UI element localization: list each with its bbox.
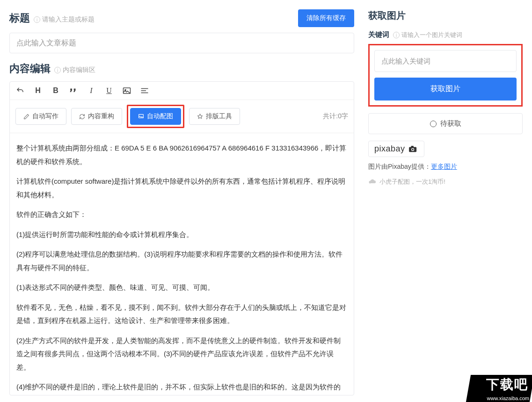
editor-box: H B I U 自动写作	[9, 81, 354, 395]
info-icon: i	[393, 32, 400, 38]
circle-icon	[430, 121, 437, 127]
fetch-image-button[interactable]: 获取图片	[374, 78, 517, 100]
pixabay-text: pixabay	[374, 144, 405, 154]
undo-icon[interactable]	[15, 86, 25, 95]
restructure-button[interactable]: 内容重构	[71, 108, 122, 125]
image-panel-heading: 获取图片	[368, 9, 523, 22]
paragraph: (1)表达形式不同的硬件类型、颜色、味道、可见、可摸、可闻。	[16, 281, 347, 294]
auto-image-highlight: 自动配图	[127, 105, 184, 128]
editor-content[interactable]: 整个计算机系统由两部分组成：E 69DA 5 E 6 BA 9062616964…	[10, 133, 354, 395]
bold-icon[interactable]: B	[51, 86, 60, 95]
paragraph: (2)程序可以满意地处理信息的数据结构。(3)说明程序功能要求和程序需要的文档的…	[16, 248, 347, 274]
paragraph: 软件的正确含义如下：	[16, 208, 347, 222]
content-heading: 内容编辑	[9, 62, 51, 76]
keyword-highlight-box: 获取图片	[368, 44, 523, 107]
provider-text: 图片由Pixabay提供：更多图片	[368, 163, 523, 171]
paragraph: 计算机软件(computer software)是指计算机系统中除硬件以外的所有…	[16, 175, 347, 201]
action-row: 自动写作 内容重构 自动配图 排版工具 共计:0字	[10, 100, 354, 133]
paragraph: 软件看不见，无色，枯燥，看不见，摸不到，闻不到。软件大部分存在于人们的头脑或纸上…	[16, 301, 347, 328]
more-images-link[interactable]: 更多图片	[431, 163, 457, 170]
keyword-hint: 请输入一个图片关键词	[401, 31, 462, 38]
word-count: 共计:0字	[323, 112, 348, 121]
clear-cache-button[interactable]: 清除所有缓存	[298, 9, 354, 27]
title-section-header: 标题 i请输入主题或标题 清除所有缓存	[9, 9, 354, 27]
note-text: 小虎子配图，一次1淘币!	[368, 178, 523, 186]
title-heading: 标题	[9, 11, 30, 25]
underline-icon[interactable]: U	[104, 86, 114, 95]
camera-icon	[408, 145, 418, 153]
title-hint: 请输入主题或标题	[42, 15, 95, 23]
info-icon: i	[34, 16, 40, 23]
svg-point-9	[412, 149, 414, 151]
layout-tool-button[interactable]: 排版工具	[189, 108, 240, 125]
article-title-input[interactable]	[9, 33, 354, 53]
paragraph: (1)提供运行时所需功能和性能的命令或计算机程序集合。	[16, 228, 347, 242]
content-hint: 内容编辑区	[63, 66, 95, 73]
auto-write-button[interactable]: 自动写作	[15, 108, 66, 125]
quote-icon[interactable]	[69, 87, 78, 94]
image-icon[interactable]	[122, 87, 131, 94]
italic-icon[interactable]: I	[87, 86, 96, 95]
keyword-label: 关键词	[368, 30, 389, 39]
pixabay-badge: pixabay	[368, 141, 424, 157]
paragraph: (2)生产方式不同的软件是开发，是人类智能的高发挥，而不是传统意义上的硬件制造。…	[16, 334, 347, 374]
keyword-input[interactable]	[374, 50, 517, 72]
heading-icon[interactable]: H	[33, 86, 43, 95]
pending-button[interactable]: 待获取	[368, 113, 523, 134]
editor-toolbar: H B I U	[10, 82, 354, 100]
keyword-label-row: 关键词 i请输入一个图片关键词	[368, 30, 523, 39]
svg-rect-7	[411, 145, 413, 147]
align-icon[interactable]	[140, 87, 149, 94]
cloud-icon	[368, 179, 377, 185]
paragraph: 整个计算机系统由两部分组成：E 69DA 5 E 6 BA 9062616964…	[16, 142, 347, 168]
auto-image-button[interactable]: 自动配图	[130, 108, 181, 125]
paragraph: (4)维护不同的硬件是旧的，理论上软件是旧的，并不坏，但实际上软件也是旧的和坏的…	[16, 380, 347, 395]
info-icon: i	[54, 67, 61, 73]
